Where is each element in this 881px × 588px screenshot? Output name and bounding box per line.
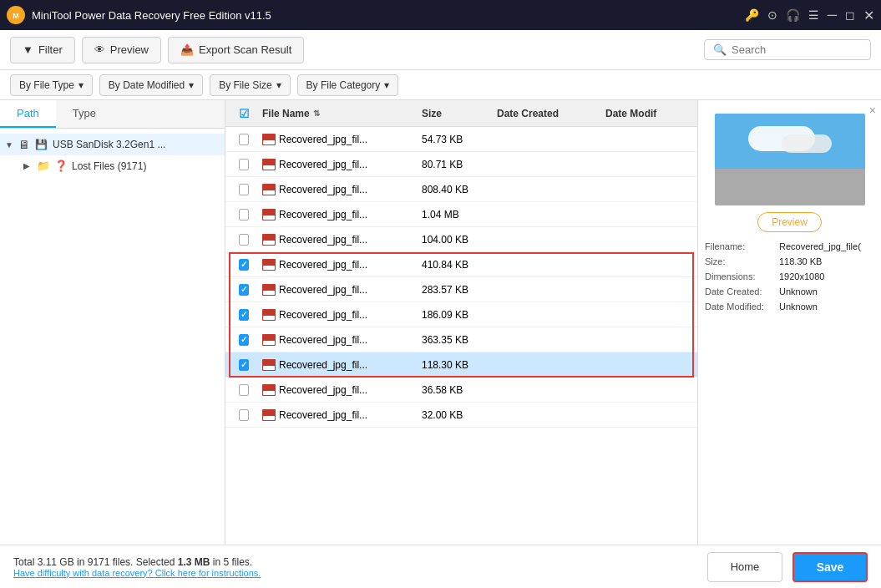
file-name: Recovered_jpg_fil... (279, 259, 367, 271)
status-text: Total 3.11 GB in 9171 files. Selected 1.… (13, 556, 261, 568)
row-checkbox[interactable] (232, 209, 256, 220)
chevron-down-icon: ▾ (78, 79, 84, 91)
table-row[interactable]: Recovered_jpg_fil... 32.00 KB (225, 403, 697, 428)
usb-drive-icon: 🖥 (18, 138, 30, 151)
filter-button[interactable]: ▼ Filter (10, 37, 75, 63)
table-row[interactable]: Recovered_jpg_fil... 80.71 KB (225, 152, 697, 177)
app-logo: M (7, 6, 25, 24)
row-checkbox[interactable] (232, 384, 256, 396)
toolbar: ▼ Filter 👁 Preview 📤 Export Scan Result … (0, 30, 881, 70)
column-date-created: Date Created (490, 108, 599, 119)
preview-button[interactable]: 👁 Preview (82, 37, 161, 63)
file-size-cell: 32.00 KB (415, 409, 490, 421)
left-panel: Path Type ▼ 🖥 💾 USB SanDisk 3.2Gen1 ... … (0, 100, 225, 545)
by-date-modified-button[interactable]: By Date Modified ▾ (99, 74, 203, 96)
row-checkbox[interactable] (232, 159, 256, 170)
tree-item-usb[interactable]: ▼ 🖥 💾 USB SanDisk 3.2Gen1 ... (0, 134, 225, 155)
file-image-icon (262, 234, 276, 246)
folder-icon: 📁 (37, 160, 50, 172)
column-filename: File Name ⇅ (256, 108, 415, 119)
tab-path[interactable]: Path (0, 100, 56, 128)
key-icon[interactable]: 🔑 (745, 8, 759, 22)
preview-image (715, 114, 865, 205)
table-row[interactable]: Recovered_jpg_fil... 283.57 KB (225, 277, 697, 302)
row-checkbox[interactable] (232, 359, 256, 371)
file-image-icon (262, 284, 276, 296)
table-row[interactable]: Recovered_jpg_fil... 186.09 KB (225, 302, 697, 327)
row-checkbox[interactable] (232, 284, 256, 296)
file-name-cell: Recovered_jpg_fil... (256, 384, 415, 396)
minimize-button[interactable]: ─ (828, 8, 837, 23)
table-row[interactable]: Recovered_jpg_fil... 36.58 KB (225, 378, 697, 403)
meta-dimensions-row: Dimensions: 1920x1080 (705, 269, 874, 284)
chevron-down-icon: ▾ (276, 79, 281, 91)
export-button[interactable]: 📤 Export Scan Result (168, 37, 304, 63)
search-input[interactable] (732, 43, 862, 56)
menu-icon[interactable]: ☰ (808, 8, 819, 22)
search-icon: 🔍 (713, 43, 727, 56)
row-checkbox[interactable] (232, 234, 256, 246)
row-checkbox[interactable] (232, 409, 256, 421)
preview-panel: × Preview Filename: Recovered_jpg_file( … (697, 100, 881, 545)
meta-date-modified-row: Date Modified: Unknown (705, 299, 874, 314)
table-row[interactable]: Recovered_jpg_fil... 1.04 MB (225, 202, 697, 227)
row-checkbox[interactable] (232, 334, 256, 346)
file-size-cell: 104.00 KB (415, 234, 490, 246)
table-row[interactable]: Recovered_jpg_fil... 410.84 KB (225, 252, 697, 277)
table-row[interactable]: Recovered_jpg_fil... 118.30 KB (225, 352, 697, 378)
row-checkbox[interactable] (232, 134, 256, 145)
file-list: Recovered_jpg_fil... 54.73 KB Recovered_… (225, 127, 697, 545)
column-size: Size (415, 108, 490, 119)
save-button[interactable]: Save (792, 552, 868, 582)
close-icon[interactable]: × (869, 104, 876, 117)
by-file-category-button[interactable]: By File Category ▾ (297, 74, 399, 96)
headphones-icon[interactable]: 🎧 (786, 8, 800, 22)
table-row[interactable]: Recovered_jpg_fil... 363.35 KB (225, 327, 697, 352)
tab-type[interactable]: Type (56, 100, 113, 128)
export-icon: 📤 (180, 43, 194, 56)
file-name-cell: Recovered_jpg_fil... (256, 259, 415, 271)
table-row[interactable]: Recovered_jpg_fil... 808.40 KB (225, 177, 697, 202)
restore-button[interactable]: ◻ (845, 8, 855, 22)
help-link[interactable]: Have difficulty with data recovery? Clic… (13, 568, 261, 578)
file-name: Recovered_jpg_fil... (279, 159, 367, 170)
by-file-size-button[interactable]: By File Size ▾ (210, 74, 290, 96)
table-row[interactable]: Recovered_jpg_fil... 104.00 KB (225, 227, 697, 252)
file-name: Recovered_jpg_fil... (279, 309, 367, 321)
file-name: Recovered_jpg_fil... (279, 384, 367, 396)
row-checkbox[interactable] (232, 309, 256, 321)
file-size-cell: 363.35 KB (415, 334, 490, 346)
status-info: Total 3.11 GB in 9171 files. Selected 1.… (13, 556, 261, 578)
row-checkbox[interactable] (232, 259, 256, 271)
file-image-icon (262, 209, 276, 220)
file-image-icon (262, 259, 276, 271)
tree-area: ▼ 🖥 💾 USB SanDisk 3.2Gen1 ... ▶ 📁 ❓ Lost… (0, 129, 225, 545)
close-button[interactable]: ✕ (863, 8, 874, 23)
status-bar: Total 3.11 GB in 9171 files. Selected 1.… (0, 545, 881, 588)
row-checkbox[interactable] (232, 184, 256, 195)
file-name: Recovered_jpg_fil... (279, 184, 367, 195)
file-name-cell: Recovered_jpg_fil... (256, 209, 415, 220)
tree-item-lost-files[interactable]: ▶ 📁 ❓ Lost Files (9171) (0, 155, 225, 176)
tabs-row: Path Type (0, 100, 225, 129)
file-image-icon (262, 409, 276, 421)
file-image-icon (262, 159, 276, 170)
file-name: Recovered_jpg_fil... (279, 359, 367, 371)
file-list-header: ☑ File Name ⇅ Size Date Created Date Mod… (225, 100, 697, 127)
file-name: Recovered_jpg_fil... (279, 209, 367, 220)
header-checkbox-icon[interactable]: ☑ (239, 107, 250, 120)
by-file-type-button[interactable]: By File Type ▾ (10, 74, 93, 96)
file-name: Recovered_jpg_fil... (279, 134, 367, 145)
file-name: Recovered_jpg_fil... (279, 334, 367, 346)
table-row[interactable]: Recovered_jpg_fil... 54.73 KB (225, 127, 697, 152)
column-date-modified: Date Modif (599, 108, 691, 119)
preview-button[interactable]: Preview (757, 212, 822, 232)
chevron-right-icon: ▶ (23, 161, 33, 170)
file-name-cell: Recovered_jpg_fil... (256, 359, 415, 371)
circle-icon[interactable]: ⊙ (767, 8, 777, 22)
file-image-icon (262, 309, 276, 321)
filter-icon: ▼ (23, 43, 33, 56)
window-controls: 🔑 ⊙ 🎧 ☰ ─ ◻ ✕ (745, 8, 874, 23)
home-button[interactable]: Home (707, 552, 782, 582)
file-size-cell: 54.73 KB (415, 134, 490, 145)
